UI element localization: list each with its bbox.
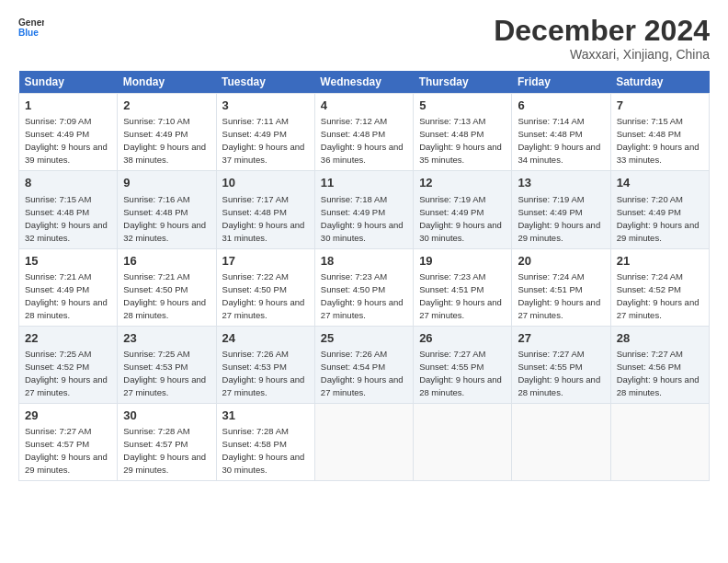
day-number: 22	[25, 330, 111, 347]
header-friday: Friday	[512, 71, 610, 94]
cell-content: Sunrise: 7:27 AMSunset: 4:55 PMDaylight:…	[419, 349, 502, 397]
cell-content: Sunrise: 7:28 AMSunset: 4:58 PMDaylight:…	[222, 426, 305, 475]
calendar-cell: 21 Sunrise: 7:24 AMSunset: 4:52 PMDaylig…	[610, 248, 709, 326]
header-monday: Monday	[118, 71, 216, 94]
month-title: December 2024	[494, 15, 710, 47]
header-tuesday: Tuesday	[216, 71, 314, 94]
cell-content: Sunrise: 7:11 AMSunset: 4:49 PMDaylight:…	[222, 116, 305, 165]
cell-content: Sunrise: 7:23 AMSunset: 4:51 PMDaylight:…	[419, 271, 502, 320]
logo: General Blue	[18, 15, 44, 40]
day-number: 26	[419, 330, 506, 347]
calendar-cell: 6 Sunrise: 7:14 AMSunset: 4:48 PMDayligh…	[512, 94, 610, 171]
day-number: 9	[123, 175, 210, 191]
day-number: 23	[123, 330, 210, 347]
svg-text:Blue: Blue	[18, 28, 39, 38]
day-number: 30	[123, 408, 210, 424]
cell-content: Sunrise: 7:21 AMSunset: 4:49 PMDaylight:…	[25, 271, 108, 320]
cell-content: Sunrise: 7:12 AMSunset: 4:48 PMDaylight:…	[321, 116, 404, 165]
cell-content: Sunrise: 7:16 AMSunset: 4:48 PMDaylight:…	[123, 194, 206, 243]
day-number: 14	[617, 175, 703, 191]
cell-content: Sunrise: 7:27 AMSunset: 4:55 PMDaylight:…	[518, 349, 600, 397]
header-row: SundayMondayTuesdayWednesdayThursdayFrid…	[19, 71, 710, 94]
calendar-cell: 22 Sunrise: 7:25 AMSunset: 4:52 PMDaylig…	[19, 326, 118, 403]
cell-content: Sunrise: 7:23 AMSunset: 4:50 PMDaylight:…	[321, 271, 404, 320]
day-number: 27	[518, 330, 604, 347]
cell-content: Sunrise: 7:15 AMSunset: 4:48 PMDaylight:…	[617, 116, 700, 165]
subtitle: Waxxari, Xinjiang, China	[494, 47, 710, 62]
calendar-cell: 23 Sunrise: 7:25 AMSunset: 4:53 PMDaylig…	[118, 326, 216, 403]
cell-content: Sunrise: 7:14 AMSunset: 4:48 PMDaylight:…	[518, 116, 600, 165]
calendar-cell: 18 Sunrise: 7:23 AMSunset: 4:50 PMDaylig…	[314, 248, 413, 326]
svg-text:General: General	[18, 17, 44, 28]
cell-content: Sunrise: 7:24 AMSunset: 4:52 PMDaylight:…	[617, 271, 700, 320]
calendar-cell	[414, 403, 512, 480]
day-number: 8	[25, 175, 111, 191]
calendar-cell: 27 Sunrise: 7:27 AMSunset: 4:55 PMDaylig…	[512, 326, 610, 403]
cell-content: Sunrise: 7:25 AMSunset: 4:53 PMDaylight:…	[123, 349, 206, 397]
cell-content: Sunrise: 7:27 AMSunset: 4:56 PMDaylight:…	[617, 349, 700, 397]
cell-content: Sunrise: 7:18 AMSunset: 4:49 PMDaylight:…	[321, 194, 404, 243]
calendar-cell: 31 Sunrise: 7:28 AMSunset: 4:58 PMDaylig…	[216, 403, 314, 480]
calendar-table: SundayMondayTuesdayWednesdayThursdayFrid…	[18, 71, 710, 481]
header-saturday: Saturday	[610, 71, 709, 94]
cell-content: Sunrise: 7:22 AMSunset: 4:50 PMDaylight:…	[222, 271, 305, 320]
calendar-cell	[314, 403, 413, 480]
calendar-cell: 17 Sunrise: 7:22 AMSunset: 4:50 PMDaylig…	[216, 248, 314, 326]
calendar-cell: 25 Sunrise: 7:26 AMSunset: 4:54 PMDaylig…	[314, 326, 413, 403]
calendar-cell: 2 Sunrise: 7:10 AMSunset: 4:49 PMDayligh…	[118, 94, 216, 171]
logo-icon: General Blue	[18, 15, 44, 40]
week-row-1: 1 Sunrise: 7:09 AMSunset: 4:49 PMDayligh…	[19, 94, 710, 171]
calendar-cell: 8 Sunrise: 7:15 AMSunset: 4:48 PMDayligh…	[19, 171, 118, 248]
day-number: 5	[419, 98, 506, 114]
day-number: 20	[518, 253, 604, 270]
calendar-cell: 20 Sunrise: 7:24 AMSunset: 4:51 PMDaylig…	[512, 248, 610, 326]
calendar-cell: 30 Sunrise: 7:28 AMSunset: 4:57 PMDaylig…	[118, 403, 216, 480]
header-thursday: Thursday	[414, 71, 512, 94]
calendar-cell: 14 Sunrise: 7:20 AMSunset: 4:49 PMDaylig…	[610, 171, 709, 248]
day-number: 29	[25, 408, 111, 424]
day-number: 1	[25, 98, 111, 114]
calendar-cell: 13 Sunrise: 7:19 AMSunset: 4:49 PMDaylig…	[512, 171, 610, 248]
day-number: 21	[617, 253, 703, 270]
day-number: 12	[419, 175, 506, 191]
calendar-cell	[512, 403, 610, 480]
cell-content: Sunrise: 7:17 AMSunset: 4:48 PMDaylight:…	[222, 194, 305, 243]
page: General Blue December 2024 Waxxari, Xinj…	[0, 0, 728, 563]
day-number: 18	[321, 253, 407, 270]
week-row-2: 8 Sunrise: 7:15 AMSunset: 4:48 PMDayligh…	[19, 171, 710, 248]
cell-content: Sunrise: 7:19 AMSunset: 4:49 PMDaylight:…	[419, 194, 502, 243]
cell-content: Sunrise: 7:09 AMSunset: 4:49 PMDaylight:…	[25, 116, 108, 165]
calendar-cell: 11 Sunrise: 7:18 AMSunset: 4:49 PMDaylig…	[314, 171, 413, 248]
cell-content: Sunrise: 7:15 AMSunset: 4:48 PMDaylight:…	[25, 194, 108, 243]
cell-content: Sunrise: 7:20 AMSunset: 4:49 PMDaylight:…	[617, 194, 700, 243]
cell-content: Sunrise: 7:26 AMSunset: 4:53 PMDaylight:…	[222, 349, 305, 397]
day-number: 17	[222, 253, 309, 270]
calendar-cell: 16 Sunrise: 7:21 AMSunset: 4:50 PMDaylig…	[118, 248, 216, 326]
day-number: 16	[123, 253, 210, 270]
cell-content: Sunrise: 7:27 AMSunset: 4:57 PMDaylight:…	[25, 426, 108, 475]
cell-content: Sunrise: 7:26 AMSunset: 4:54 PMDaylight:…	[321, 349, 404, 397]
calendar-cell: 19 Sunrise: 7:23 AMSunset: 4:51 PMDaylig…	[414, 248, 512, 326]
calendar-cell: 9 Sunrise: 7:16 AMSunset: 4:48 PMDayligh…	[118, 171, 216, 248]
calendar-cell: 29 Sunrise: 7:27 AMSunset: 4:57 PMDaylig…	[19, 403, 118, 480]
day-number: 2	[123, 98, 210, 114]
calendar-cell	[610, 403, 709, 480]
calendar-cell: 4 Sunrise: 7:12 AMSunset: 4:48 PMDayligh…	[314, 94, 413, 171]
cell-content: Sunrise: 7:25 AMSunset: 4:52 PMDaylight:…	[25, 349, 108, 397]
day-number: 3	[222, 98, 309, 114]
calendar-cell: 1 Sunrise: 7:09 AMSunset: 4:49 PMDayligh…	[19, 94, 118, 171]
cell-content: Sunrise: 7:19 AMSunset: 4:49 PMDaylight:…	[518, 194, 600, 243]
cell-content: Sunrise: 7:24 AMSunset: 4:51 PMDaylight:…	[518, 271, 600, 320]
day-number: 19	[419, 253, 506, 270]
header-sunday: Sunday	[19, 71, 118, 94]
cell-content: Sunrise: 7:28 AMSunset: 4:57 PMDaylight:…	[123, 426, 206, 475]
day-number: 28	[617, 330, 703, 347]
title-block: December 2024 Waxxari, Xinjiang, China	[494, 15, 710, 62]
calendar-cell: 3 Sunrise: 7:11 AMSunset: 4:49 PMDayligh…	[216, 94, 314, 171]
calendar-cell: 12 Sunrise: 7:19 AMSunset: 4:49 PMDaylig…	[414, 171, 512, 248]
day-number: 15	[25, 253, 111, 270]
day-number: 7	[617, 98, 703, 114]
cell-content: Sunrise: 7:13 AMSunset: 4:48 PMDaylight:…	[419, 116, 502, 165]
calendar-cell: 15 Sunrise: 7:21 AMSunset: 4:49 PMDaylig…	[19, 248, 118, 326]
calendar-cell: 10 Sunrise: 7:17 AMSunset: 4:48 PMDaylig…	[216, 171, 314, 248]
